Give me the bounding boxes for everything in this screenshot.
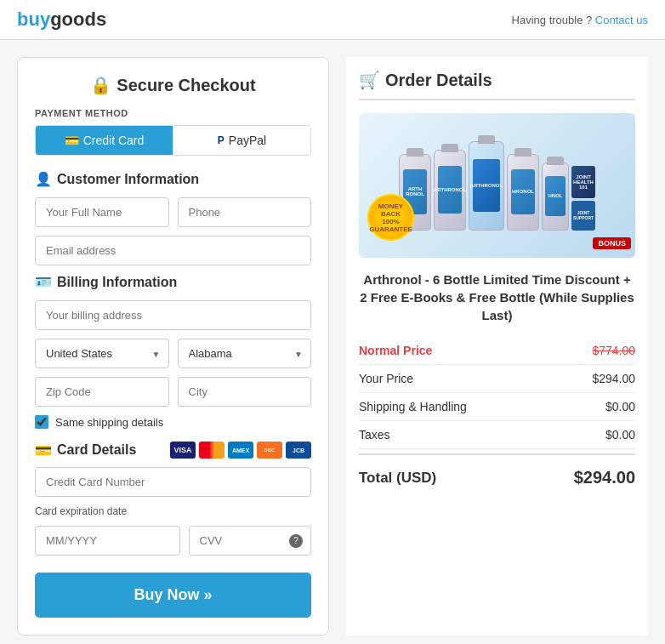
total-value: $294.00 bbox=[574, 468, 635, 487]
shipping-label: Shipping & Handling bbox=[359, 400, 467, 413]
order-panel: 🛒 Order Details ARTHRONOL bbox=[346, 57, 648, 635]
bottle-shape-4: HRONOL bbox=[507, 154, 539, 231]
card-icons-group: VISA AMEX DISC JCB bbox=[170, 442, 311, 459]
checkout-panel: 🔒 Secure Checkout PAYMENT METHOD 💳 Credi… bbox=[17, 57, 329, 635]
bottle-3: ARTHRONOL bbox=[469, 141, 504, 231]
billing-section-label: 🪪 Billing Information bbox=[35, 274, 311, 290]
taxes-label: Taxes bbox=[359, 428, 390, 442]
person-icon: 👤 bbox=[35, 171, 52, 187]
payment-tabs: 💳 Credit Card P PayPal bbox=[35, 125, 311, 156]
discover-icon: DISC bbox=[257, 442, 282, 459]
state-select[interactable]: Alabama Alaska Arizona California Florid… bbox=[178, 339, 312, 368]
taxes-value: $0.00 bbox=[605, 428, 635, 442]
card-details-header: 💳 Card Details VISA AMEX DISC JCB bbox=[35, 442, 311, 459]
bottle-label-4: HRONOL bbox=[511, 169, 536, 214]
same-shipping-row: Same shipping details bbox=[35, 415, 311, 429]
book-2: JOINTSUPPORT bbox=[571, 201, 595, 231]
header-help: Having trouble ? Contact us bbox=[512, 14, 648, 26]
billing-address-input[interactable] bbox=[35, 300, 311, 330]
bottle-shape-2: ARTHRONOL bbox=[434, 150, 466, 231]
shipping-row: Shipping & Handling $0.00 bbox=[359, 393, 635, 421]
bottle-shape-5: HNOL bbox=[542, 162, 569, 231]
trouble-text: Having trouble ? bbox=[512, 14, 593, 26]
bottle-shape-3: ARTHRONOL bbox=[469, 141, 504, 231]
payment-method-label: PAYMENT METHOD bbox=[35, 108, 311, 118]
buy-now-button[interactable]: Buy Now » bbox=[35, 573, 311, 618]
your-price-value: $294.00 bbox=[592, 372, 635, 385]
email-input[interactable] bbox=[35, 236, 311, 265]
bottle-label-5: HNOL bbox=[545, 176, 566, 216]
phone-input[interactable] bbox=[178, 197, 312, 227]
credit-card-tab-label: Credit Card bbox=[83, 134, 145, 147]
jcb-icon: JCB bbox=[286, 442, 311, 459]
normal-price-row: Normal Price $774.00 bbox=[359, 337, 635, 365]
checkout-title-text: Secure Checkout bbox=[117, 76, 255, 95]
contact-link[interactable]: Contact us bbox=[595, 14, 648, 26]
total-row: Total (USD) $294.00 bbox=[359, 459, 635, 496]
card-icon-label: 💳 bbox=[35, 442, 52, 459]
normal-price-value: $774.00 bbox=[592, 344, 635, 357]
taxes-row: Taxes $0.00 bbox=[359, 421, 635, 449]
zip-input[interactable] bbox=[35, 377, 169, 407]
paypal-tab-label: PayPal bbox=[229, 134, 266, 147]
full-name-input[interactable] bbox=[35, 197, 169, 227]
cart-icon: 🛒 bbox=[359, 70, 380, 90]
expiry-input[interactable] bbox=[35, 526, 180, 556]
country-select[interactable]: United States Canada United Kingdom Aust… bbox=[35, 339, 169, 368]
city-input[interactable] bbox=[178, 377, 312, 407]
your-price-row: Your Price $294.00 bbox=[359, 365, 635, 393]
lock-icon: 🔒 bbox=[90, 75, 111, 95]
same-shipping-checkbox[interactable] bbox=[35, 415, 48, 429]
billing-address-row bbox=[35, 300, 311, 330]
bottle-label-3: ARTHRONOL bbox=[473, 159, 500, 212]
total-separator bbox=[359, 453, 635, 455]
page-header: buygoods Having trouble ? Contact us bbox=[0, 0, 665, 40]
same-shipping-label: Same shipping details bbox=[55, 416, 163, 429]
logo-goods: goods bbox=[50, 9, 106, 30]
cvv-help-icon[interactable]: ? bbox=[289, 534, 303, 548]
zip-city-row bbox=[35, 377, 311, 407]
card-number-row bbox=[35, 467, 311, 497]
expiry-label: Card expiration date bbox=[35, 505, 311, 517]
bottle-2: ARTHRONOL bbox=[434, 150, 466, 231]
extra-items: JOINTHEALTH101 JOINTSUPPORT bbox=[571, 166, 595, 231]
mastercard-icon bbox=[199, 442, 225, 459]
product-title: Arthronol - 6 Bottle Limited Time Discou… bbox=[359, 271, 635, 324]
product-image: ARTHRONOL ARTHRONOL ARTHRONOL bbox=[359, 113, 635, 258]
credit-card-tab[interactable]: 💳 Credit Card bbox=[36, 126, 173, 155]
email-row bbox=[35, 236, 311, 265]
order-title: 🛒 Order Details bbox=[359, 70, 635, 90]
country-state-row: United States Canada United Kingdom Aust… bbox=[35, 339, 311, 368]
cvv-wrapper: ? bbox=[189, 526, 312, 556]
bottles-container: ARTHRONOL ARTHRONOL ARTHRONOL bbox=[390, 133, 604, 239]
checkout-title: 🔒 Secure Checkout bbox=[35, 75, 311, 95]
billing-icon: 🪪 bbox=[35, 274, 52, 290]
money-back-badge: MONEYBACK100%GUARANTEE bbox=[367, 194, 414, 241]
order-divider bbox=[359, 99, 635, 100]
country-wrapper: United States Canada United Kingdom Aust… bbox=[35, 339, 169, 368]
paypal-tab-icon: P bbox=[218, 134, 225, 146]
card-section-label: 💳 Card Details bbox=[35, 442, 136, 459]
logo-buy: buy bbox=[17, 9, 50, 30]
bonus-badge: BONUS bbox=[593, 237, 631, 249]
state-wrapper: Alabama Alaska Arizona California Florid… bbox=[178, 339, 312, 368]
your-price-label: Your Price bbox=[359, 372, 413, 385]
money-back-text: MONEYBACK100%GUARANTEE bbox=[369, 202, 412, 233]
card-tab-icon: 💳 bbox=[65, 134, 79, 147]
logo: buygoods bbox=[17, 9, 106, 31]
card-number-input[interactable] bbox=[35, 467, 311, 497]
bottle-5: HNOL bbox=[542, 162, 569, 231]
paypal-tab[interactable]: P PayPal bbox=[173, 126, 310, 155]
product-image-area: ARTHRONOL ARTHRONOL ARTHRONOL bbox=[359, 113, 635, 258]
name-phone-row bbox=[35, 197, 311, 227]
amex-icon: AMEX bbox=[228, 442, 253, 459]
shipping-value: $0.00 bbox=[605, 400, 635, 413]
total-label: Total (USD) bbox=[359, 470, 436, 487]
normal-price-label: Normal Price bbox=[359, 344, 432, 357]
bottle-label-2: ARTHRONOL bbox=[438, 166, 463, 214]
bottle-4: HRONOL bbox=[507, 154, 539, 231]
book-1: JOINTHEALTH101 bbox=[571, 166, 595, 198]
visa-icon: VISA bbox=[170, 442, 196, 459]
expiry-cvv-row: ? bbox=[35, 526, 311, 556]
main-content: 🔒 Secure Checkout PAYMENT METHOD 💳 Credi… bbox=[0, 40, 665, 644]
